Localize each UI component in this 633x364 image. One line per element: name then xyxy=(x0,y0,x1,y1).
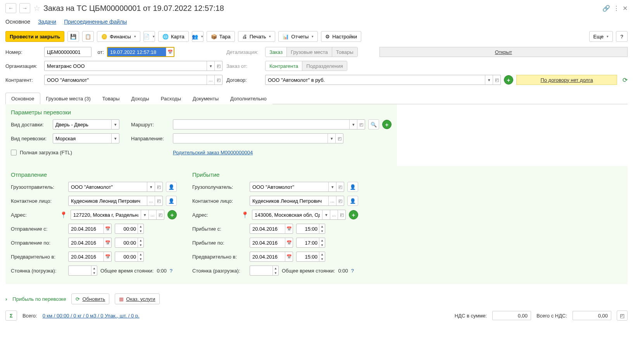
arr-contact-input[interactable] xyxy=(250,196,328,205)
close-icon[interactable]: ✕ xyxy=(623,5,628,12)
open-icon[interactable]: ◰ xyxy=(155,182,162,191)
open-icon[interactable]: ◰ xyxy=(338,210,345,219)
expand-totals-button[interactable]: ◰ xyxy=(617,311,628,321)
add-shipper-button[interactable]: 👤 xyxy=(166,182,177,192)
contractor-input[interactable] xyxy=(45,75,207,85)
help-button[interactable]: ? xyxy=(616,31,628,42)
open-icon[interactable]: ◰ xyxy=(214,61,222,71)
more-button[interactable]: Еще▾ xyxy=(589,31,613,42)
tara-button[interactable]: 📦Тара xyxy=(207,31,235,42)
chevron-down-icon[interactable]: ▾ xyxy=(111,134,119,143)
calendar-icon[interactable]: 📅 xyxy=(285,252,293,261)
navtab-main[interactable]: Основное xyxy=(5,19,30,25)
open-icon[interactable]: ◰ xyxy=(214,75,222,85)
dep-from-time[interactable] xyxy=(115,226,138,232)
open-icon[interactable]: ◰ xyxy=(335,134,343,143)
status-button[interactable]: Открыт xyxy=(379,47,628,57)
tab-cargo[interactable]: Грузовые места (3) xyxy=(40,93,97,104)
expand-icon[interactable]: › xyxy=(5,296,7,302)
spinner-up-icon[interactable]: ▲ xyxy=(319,224,325,229)
services-button[interactable]: ▦Оказ. услуги xyxy=(115,293,159,304)
navtab-files[interactable]: Присоединенные файлы xyxy=(64,19,127,25)
spinner-up-icon[interactable]: ▲ xyxy=(138,252,143,257)
add-arr-address-button[interactable]: + xyxy=(349,210,358,219)
open-icon[interactable]: ◰ xyxy=(357,120,365,129)
chevron-down-icon[interactable]: ▾ xyxy=(328,182,336,191)
spinner-down-icon[interactable]: ▼ xyxy=(319,243,325,247)
ellipsis-icon[interactable]: … xyxy=(330,210,338,219)
add-contact-button[interactable]: 👤 xyxy=(166,196,177,206)
spinner-down-icon[interactable]: ▼ xyxy=(91,271,97,275)
help-icon[interactable]: ? xyxy=(170,268,172,274)
arr-address-input[interactable] xyxy=(252,210,322,219)
calendar-icon[interactable]: 📅 xyxy=(285,238,293,247)
open-icon[interactable]: ◰ xyxy=(156,210,164,219)
open-icon[interactable]: ◰ xyxy=(155,196,162,205)
reports-button[interactable]: 📊Отчеты▾ xyxy=(278,31,318,42)
settings-button[interactable]: ⚙Настройки xyxy=(321,31,361,42)
arr-from-date[interactable] xyxy=(250,224,285,233)
debt-status[interactable]: По договору нет долга xyxy=(516,75,617,85)
ellipsis-icon[interactable]: … xyxy=(328,196,336,205)
tab-income[interactable]: Доходы xyxy=(126,93,155,104)
save-button[interactable]: 💾 xyxy=(67,31,79,42)
ellipsis-icon[interactable]: … xyxy=(147,196,155,205)
chevron-down-icon[interactable]: ▾ xyxy=(485,75,493,85)
dep-stop-input[interactable] xyxy=(69,268,91,274)
tab-extra[interactable]: Дополнительно xyxy=(224,93,273,104)
calendar-icon[interactable]: 📅 xyxy=(103,238,111,247)
favorite-icon[interactable]: ☆ xyxy=(33,3,40,13)
chevron-down-icon[interactable]: ▾ xyxy=(328,134,335,143)
dep-pre-date[interactable] xyxy=(69,252,103,261)
ellipsis-icon[interactable]: … xyxy=(207,75,214,85)
open-icon[interactable]: ◰ xyxy=(493,75,500,85)
seg-goods[interactable]: Товары xyxy=(332,47,357,57)
dep-from-date[interactable] xyxy=(69,224,103,233)
arr-to-date[interactable] xyxy=(250,238,285,247)
navtab-tasks[interactable]: Задачи xyxy=(38,19,56,25)
profit-label[interactable]: Прибыль по перевозке xyxy=(12,296,66,302)
spinner-up-icon[interactable]: ▲ xyxy=(138,224,143,229)
add-contract-button[interactable]: + xyxy=(504,75,513,85)
spinner-up-icon[interactable]: ▲ xyxy=(138,238,143,243)
spinner-up-icon[interactable]: ▲ xyxy=(273,266,278,271)
refresh-icon[interactable]: ⟳ xyxy=(623,76,628,84)
consignee-input[interactable] xyxy=(250,182,328,191)
open-icon[interactable]: ◰ xyxy=(336,182,344,191)
seg-contr[interactable]: Контрагента xyxy=(266,61,302,71)
chevron-down-icon[interactable]: ▾ xyxy=(207,61,214,71)
add-route-button[interactable]: + xyxy=(382,120,392,129)
spinner-down-icon[interactable]: ▼ xyxy=(138,243,143,247)
open-icon[interactable]: ◰ xyxy=(336,196,344,205)
total-summary-link[interactable]: 0 км / 00:00 / 0 кг / 0 м3 / 0 Упак., шт… xyxy=(43,313,140,319)
search-route-button[interactable]: 🔍 xyxy=(368,119,379,129)
calendar-icon[interactable]: 📅 xyxy=(103,224,111,233)
delivery-type-input[interactable] xyxy=(53,120,111,129)
spinner-up-icon[interactable]: ▲ xyxy=(319,238,325,243)
post-button[interactable]: 📋 xyxy=(82,31,94,42)
dep-contact-input[interactable] xyxy=(69,196,147,205)
arr-pre-time[interactable] xyxy=(297,254,319,260)
dep-address-input[interactable] xyxy=(71,210,141,219)
calendar-icon[interactable]: 📅 xyxy=(285,224,293,233)
arr-stop-input[interactable] xyxy=(250,268,273,274)
spinner-down-icon[interactable]: ▼ xyxy=(319,257,325,261)
add-address-button[interactable]: + xyxy=(167,210,177,219)
ellipsis-icon[interactable]: … xyxy=(148,210,156,219)
chevron-down-icon[interactable]: ▾ xyxy=(147,182,155,191)
spinner-down-icon[interactable]: ▼ xyxy=(138,257,143,261)
chevron-down-icon[interactable]: ▾ xyxy=(111,120,119,129)
help-icon[interactable]: ? xyxy=(351,268,354,274)
chevron-down-icon[interactable]: ▾ xyxy=(322,210,330,219)
spinner-down-icon[interactable]: ▼ xyxy=(273,271,278,275)
transport-type-input[interactable] xyxy=(53,134,111,143)
spinner-up-icon[interactable]: ▲ xyxy=(91,266,97,271)
route-input[interactable] xyxy=(173,120,349,129)
dep-pre-time[interactable] xyxy=(115,254,138,260)
org-input[interactable] xyxy=(45,61,207,71)
arr-from-time[interactable] xyxy=(297,226,319,232)
add-arr-contact-button[interactable]: 👤 xyxy=(347,196,358,206)
number-input[interactable] xyxy=(45,47,91,57)
tab-docs[interactable]: Документы xyxy=(187,93,224,104)
ftl-checkbox[interactable] xyxy=(11,150,17,155)
